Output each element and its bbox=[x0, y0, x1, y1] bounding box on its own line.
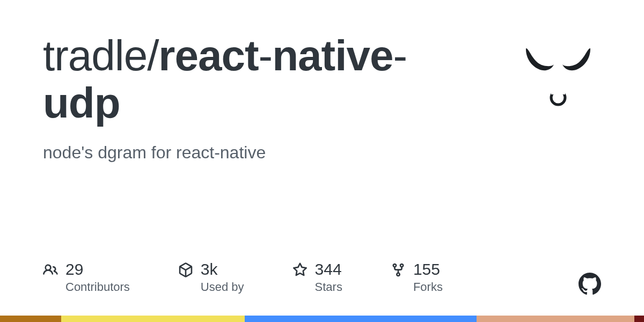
star-icon bbox=[292, 262, 308, 277]
usedby-value: 3k bbox=[201, 260, 244, 278]
contributors-label: Contributors bbox=[65, 280, 130, 294]
lang-seg-d bbox=[477, 316, 634, 322]
repo-name-part2: native bbox=[272, 32, 393, 79]
repo-name-part1: react bbox=[158, 32, 258, 79]
fork-icon bbox=[391, 262, 406, 277]
package-icon bbox=[178, 262, 193, 277]
lang-seg-e bbox=[634, 316, 644, 322]
stats-row: 29 Contributors 3k Used by 344 Stars bbox=[43, 260, 601, 294]
repo-hyphen1: - bbox=[259, 32, 273, 79]
stat-forks: 155 Forks bbox=[391, 260, 443, 294]
lang-seg-a bbox=[0, 316, 61, 322]
bull-icon bbox=[515, 38, 601, 123]
github-logo-icon bbox=[579, 273, 601, 295]
forks-value: 155 bbox=[413, 260, 443, 278]
contributors-value: 29 bbox=[65, 260, 130, 278]
repo-description: node's dgram for react-native bbox=[43, 143, 472, 163]
owner-avatar bbox=[515, 38, 601, 123]
stat-usedby: 3k Used by bbox=[178, 260, 244, 294]
forks-label: Forks bbox=[413, 280, 443, 294]
stars-value: 344 bbox=[315, 260, 342, 278]
repo-slash: / bbox=[147, 32, 158, 79]
repo-title: tradle/react-native-udp bbox=[43, 32, 472, 127]
lang-seg-b bbox=[61, 316, 245, 322]
repo-name-part3: udp bbox=[43, 79, 120, 127]
lang-seg-c bbox=[245, 316, 477, 322]
stars-label: Stars bbox=[315, 280, 342, 294]
stat-stars: 344 Stars bbox=[292, 260, 342, 294]
people-icon bbox=[43, 262, 58, 277]
usedby-label: Used by bbox=[201, 280, 244, 294]
language-color-bar bbox=[0, 316, 644, 322]
stat-contributors: 29 Contributors bbox=[43, 260, 130, 294]
repo-owner: tradle bbox=[43, 32, 147, 79]
svg-rect-1 bbox=[551, 89, 565, 94]
repo-hyphen2: - bbox=[393, 32, 407, 79]
